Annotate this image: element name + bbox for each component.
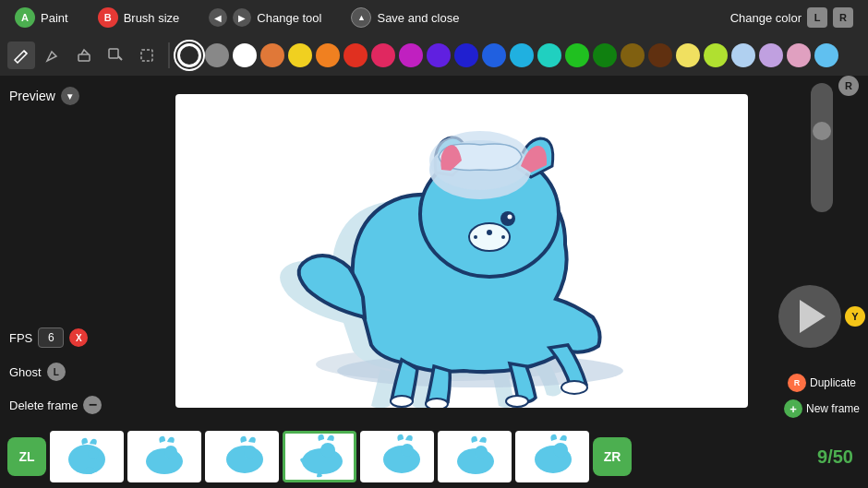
pencil-tool[interactable] — [7, 42, 35, 69]
frame-thumb-7[interactable] — [515, 431, 589, 482]
paint-control: A Paint — [15, 7, 68, 28]
b-button[interactable]: B — [98, 7, 118, 28]
right-arrow-button[interactable]: ▶ — [233, 8, 251, 27]
zl-button[interactable]: ZL — [7, 437, 46, 476]
color-swatch-gray[interactable] — [205, 43, 229, 67]
slider-thumb[interactable] — [813, 122, 831, 140]
frame-thumb-3[interactable] — [205, 431, 279, 482]
color-swatch-lime[interactable] — [704, 43, 728, 67]
paint-label: Paint — [41, 11, 68, 25]
fill-tool[interactable] — [102, 42, 129, 69]
color-swatch-light-yellow[interactable] — [676, 43, 700, 67]
svg-point-22 — [84, 467, 95, 474]
play-button[interactable] — [778, 285, 841, 348]
color-swatch-green[interactable] — [565, 43, 589, 67]
fps-value[interactable]: 6 — [38, 327, 64, 348]
a-button[interactable]: A — [15, 7, 35, 28]
left-arrow-button[interactable]: ◀ — [209, 8, 227, 27]
color-swatch-orange-brown[interactable] — [260, 43, 284, 67]
color-swatch-orange[interactable] — [316, 43, 340, 67]
play-icon — [800, 300, 826, 333]
color-swatch-dark-green[interactable] — [593, 43, 617, 67]
color-swatch-lavender[interactable] — [759, 43, 783, 67]
color-swatch-yellow[interactable] — [288, 43, 312, 67]
brush-size-label: Brush size — [124, 11, 180, 25]
new-frame-action[interactable]: + New frame — [784, 399, 860, 418]
r-orange-button: R — [788, 374, 806, 392]
canvas-area[interactable] — [148, 76, 776, 425]
frame-thumb-2[interactable] — [127, 431, 201, 482]
main-content: Preview ▼ FPS 6 X Ghost L Delete frame − — [0, 76, 868, 425]
fps-label: FPS — [9, 331, 32, 345]
svg-point-14 — [474, 235, 477, 239]
select-tool[interactable] — [133, 42, 161, 69]
r-button[interactable]: R — [833, 7, 853, 28]
frame-thumb-6[interactable] — [438, 431, 512, 482]
svg-point-16 — [391, 396, 413, 407]
save-control: ▲ Save and close — [351, 7, 459, 28]
svg-point-10 — [508, 214, 512, 219]
play-section: Y — [778, 285, 865, 348]
change-color-control: Change color L R — [730, 7, 853, 28]
l-button[interactable]: L — [807, 7, 827, 28]
bottom-strip: ZL ZR 9/50 — [0, 425, 868, 488]
brush-size-control: B Brush size — [98, 7, 180, 28]
color-swatch-outline[interactable] — [177, 43, 201, 67]
svg-point-18 — [506, 396, 528, 407]
color-swatch-pink-red[interactable] — [371, 43, 395, 67]
ghost-l-button[interactable]: L — [47, 363, 66, 381]
color-swatch-olive[interactable] — [621, 43, 645, 67]
color-swatch-cyan[interactable] — [814, 43, 838, 67]
brush-size-slider-section: R — [811, 83, 833, 212]
svg-point-30 — [401, 444, 414, 457]
color-swatch-blue[interactable] — [482, 43, 506, 67]
drawing-canvas[interactable] — [175, 94, 748, 408]
new-frame-label: New frame — [806, 402, 860, 415]
preview-dropdown[interactable]: ▼ — [61, 87, 79, 105]
delete-frame-control: Delete frame − — [9, 396, 139, 414]
change-color-label: Change color — [730, 11, 802, 25]
color-swatch-pink[interactable] — [787, 43, 811, 67]
plus-green-button: + — [784, 399, 802, 418]
color-swatch-red[interactable] — [344, 43, 368, 67]
preview-section: Preview ▼ — [9, 87, 139, 105]
svg-point-13 — [487, 230, 492, 235]
frame-count: 9/50 — [817, 446, 861, 468]
right-panel: R Y R Duplicate + New frame — [776, 76, 868, 425]
delete-frame-label: Delete frame — [9, 399, 78, 412]
color-swatch-purple[interactable] — [399, 43, 423, 67]
preview-label: Preview — [9, 89, 55, 103]
duplicate-action[interactable]: R Duplicate — [788, 374, 856, 392]
color-swatch-light-blue[interactable] — [731, 43, 755, 67]
svg-point-32 — [475, 446, 488, 458]
ghost-label: Ghost — [9, 365, 42, 379]
color-swatch-white[interactable] — [233, 43, 257, 67]
frame-thumb-4-active[interactable] — [283, 431, 356, 482]
duplicate-label: Duplicate — [810, 376, 856, 389]
brush-size-slider[interactable] — [811, 83, 833, 212]
save-label: Save and close — [377, 11, 459, 25]
color-swatch-brown[interactable] — [648, 43, 672, 67]
svg-point-21 — [88, 448, 99, 459]
pen-tool[interactable] — [39, 42, 66, 69]
fps-control: FPS 6 X — [9, 327, 139, 348]
svg-point-15 — [501, 235, 505, 239]
frame-thumb-1[interactable] — [50, 431, 124, 482]
save-button-icon[interactable]: ▲ — [351, 7, 371, 28]
tools-row — [0, 35, 868, 76]
y-button-badge[interactable]: Y — [845, 306, 865, 327]
change-tool-label: Change tool — [257, 11, 321, 25]
zr-button[interactable]: ZR — [593, 437, 632, 476]
frame-thumb-5[interactable] — [360, 431, 434, 482]
color-swatch-violet[interactable] — [427, 43, 451, 67]
delete-frame-button[interactable]: − — [83, 396, 102, 414]
color-swatch-dark-blue[interactable] — [454, 43, 478, 67]
svg-point-34 — [553, 443, 568, 458]
color-swatch-teal[interactable] — [537, 43, 561, 67]
svg-point-19 — [561, 381, 587, 394]
svg-point-9 — [500, 211, 515, 226]
svg-point-28 — [320, 443, 335, 458]
eraser-tool[interactable] — [70, 42, 98, 69]
color-swatch-sky-blue[interactable] — [510, 43, 534, 67]
x-button[interactable]: X — [69, 328, 88, 347]
